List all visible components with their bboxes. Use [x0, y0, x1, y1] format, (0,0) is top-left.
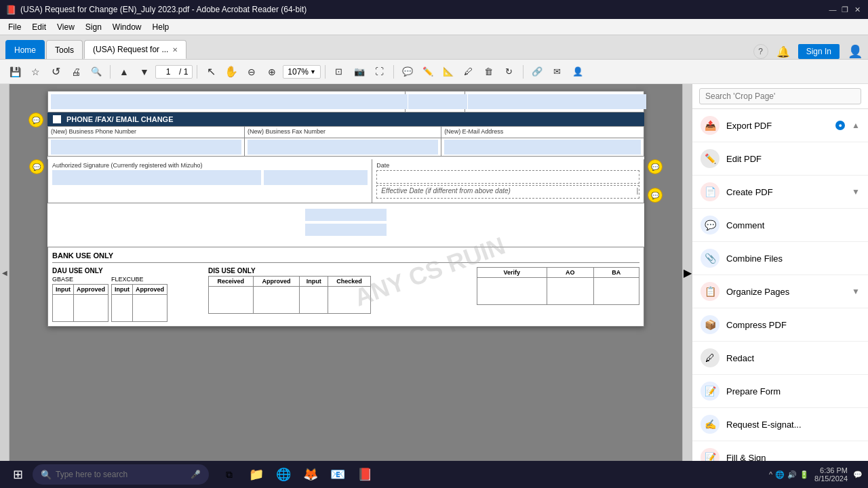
panel-item-redact[interactable]: 🖊 Redact	[692, 342, 868, 375]
taskbar-file-explorer[interactable]: 📁	[244, 462, 269, 487]
comment-bubble-2[interactable]: 💬	[29, 159, 44, 174]
zoom-in-button[interactable]: ⊕	[262, 62, 281, 81]
dis-checked-cell[interactable]	[328, 287, 371, 314]
fit-page-button[interactable]: ⊡	[330, 62, 349, 81]
stamp-tool[interactable]: 🖊	[459, 62, 478, 81]
menu-file[interactable]: File	[3, 21, 26, 33]
comment-bubble-1[interactable]: 💬	[28, 113, 43, 127]
taskbar-search-box[interactable]: 🔍 🎤	[33, 464, 209, 485]
crop-page-search[interactable]	[699, 88, 861, 104]
undo-button[interactable]: ↺	[46, 62, 65, 81]
tab-home[interactable]: Home	[5, 40, 45, 59]
measure-tool[interactable]: 📐	[439, 62, 458, 81]
account-icon[interactable]: 👤	[848, 44, 863, 59]
comment-bubble-3[interactable]: 💬	[648, 159, 663, 174]
dis-input-cell[interactable]	[300, 287, 328, 314]
extra-field-1[interactable]	[305, 209, 387, 221]
find-button[interactable]: 🔍	[87, 62, 106, 81]
date-input[interactable]	[376, 170, 639, 184]
panel-item-compress[interactable]: 📦 Compress PDF	[692, 308, 868, 342]
dis-approved-cell[interactable]	[253, 287, 300, 314]
section-checkbox[interactable]	[53, 115, 61, 123]
account-button[interactable]: 👤	[568, 62, 587, 81]
zoom-selector[interactable]: 107% ▼	[283, 65, 321, 79]
sig-field-1[interactable]	[52, 170, 261, 185]
delete-tool[interactable]: 🗑	[479, 62, 498, 81]
rotate-tool[interactable]: ↻	[500, 62, 519, 81]
notification-center-icon[interactable]: 💬	[853, 470, 863, 479]
pan-tool[interactable]: ✋	[222, 62, 241, 81]
panel-item-export-pdf[interactable]: 📤 Export PDF ● ▲	[692, 109, 868, 142]
menu-edit[interactable]: Edit	[26, 21, 52, 33]
taskbar-edge[interactable]: 🌐	[271, 462, 296, 487]
email-button[interactable]: ✉	[548, 62, 567, 81]
comment-bubble-4[interactable]: 💬	[648, 188, 663, 203]
comment-tool[interactable]: 💬	[398, 62, 417, 81]
panel-item-edit-pdf[interactable]: ✏️ Edit PDF	[692, 142, 868, 176]
select-tool[interactable]: ↖	[201, 62, 220, 81]
start-button[interactable]: ⊞	[5, 462, 30, 487]
gbase-input-cell[interactable]	[53, 295, 74, 322]
organize-expand-icon[interactable]: ▼	[852, 287, 860, 296]
panel-item-combine[interactable]: 📎 Combine Files	[692, 242, 868, 275]
page-number-input[interactable]	[160, 67, 176, 77]
tray-chevron[interactable]: ^	[769, 470, 772, 479]
tab-document[interactable]: (USA) Request for ... ✕	[84, 40, 186, 59]
next-page-button[interactable]: ▼	[135, 62, 154, 81]
snapshot-button[interactable]: 📷	[350, 62, 369, 81]
flexcube-approved-cell[interactable]	[133, 295, 167, 322]
taskbar-search-input[interactable]	[56, 470, 188, 479]
email-input[interactable]	[444, 140, 641, 155]
fax-input[interactable]	[248, 140, 438, 155]
zoom-out-button[interactable]: ⊖	[242, 62, 261, 81]
close-button[interactable]: ✕	[852, 4, 863, 15]
minimize-button[interactable]: —	[827, 4, 838, 15]
tab-close-button[interactable]: ✕	[172, 46, 178, 54]
tray-network[interactable]: 🌐	[775, 470, 785, 479]
phone-input[interactable]	[51, 140, 241, 155]
taskbar-acrobat[interactable]: 📕	[353, 462, 377, 487]
panel-item-fill-sign[interactable]: 📝 Fill & Sign	[692, 441, 868, 461]
tray-volume[interactable]: 🔊	[787, 470, 797, 479]
panel-item-request-esig[interactable]: ✍ Request E-signat...	[692, 408, 868, 441]
left-panel-toggle[interactable]: ◀	[0, 84, 9, 461]
marquee-button[interactable]: ⛶	[370, 62, 389, 81]
save-button[interactable]: 💾	[5, 62, 24, 81]
create-pdf-expand-icon[interactable]: ▼	[852, 187, 860, 197]
sign-in-button[interactable]: Sign In	[798, 44, 840, 59]
gbase-approved-cell[interactable]	[74, 295, 108, 322]
export-pdf-expand-icon[interactable]: ▲	[852, 121, 860, 130]
pdf-viewer[interactable]: 💬 PHONE /FAX/ EMAIL CHANGE (New) Busines…	[9, 84, 682, 461]
menu-sign[interactable]: Sign	[80, 21, 107, 33]
notification-icon[interactable]: 🔔	[776, 45, 790, 58]
system-clock[interactable]: 6:36 PM 8/15/2024	[814, 466, 848, 483]
taskbar-firefox[interactable]: 🦊	[298, 462, 323, 487]
panel-item-comment[interactable]: 💬 Comment	[692, 209, 868, 242]
tray-battery[interactable]: 🔋	[800, 470, 809, 479]
ao-cell[interactable]	[547, 278, 593, 305]
dis-received-cell[interactable]	[209, 287, 254, 314]
prev-page-button[interactable]: ▲	[115, 62, 134, 81]
menu-window[interactable]: Window	[107, 21, 147, 33]
menu-view[interactable]: View	[52, 21, 80, 33]
taskbar-outlook[interactable]: 📧	[326, 462, 350, 487]
restore-button[interactable]: ❐	[840, 4, 850, 15]
ba-cell[interactable]	[593, 278, 639, 305]
tab-tools[interactable]: Tools	[46, 40, 83, 59]
sig-field-2[interactable]	[264, 170, 368, 185]
verify-cell[interactable]	[477, 278, 547, 305]
link-button[interactable]: 🔗	[528, 62, 547, 81]
flexcube-input-cell[interactable]	[112, 295, 133, 322]
extra-field-2[interactable]	[305, 224, 387, 236]
panel-item-prepare-form[interactable]: 📝 Prepare Form	[692, 375, 868, 408]
taskbar-task-view[interactable]: ⧉	[217, 462, 241, 487]
panel-item-create-pdf[interactable]: 📄 Create PDF ▼	[692, 176, 868, 209]
menu-help[interactable]: Help	[147, 21, 175, 33]
bookmark-button[interactable]: ☆	[26, 62, 45, 81]
effective-date-input[interactable]: Effective Date (if different from above …	[376, 185, 639, 199]
draw-tool[interactable]: ✏️	[418, 62, 437, 81]
print-button[interactable]: 🖨	[66, 62, 85, 81]
right-panel-toggle[interactable]: ▶	[682, 84, 692, 461]
help-icon[interactable]: ?	[753, 44, 768, 59]
panel-item-organize[interactable]: 📋 Organize Pages ▼	[692, 275, 868, 308]
